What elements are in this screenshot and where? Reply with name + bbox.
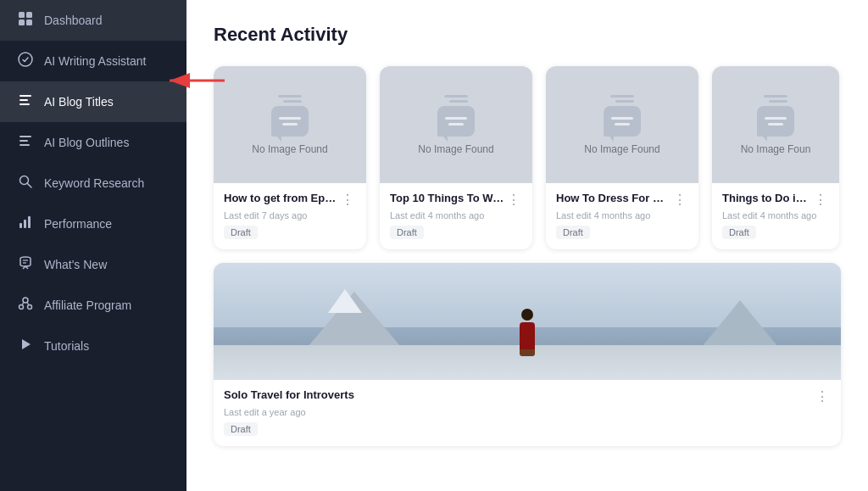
svg-rect-5 (19, 95, 31, 97)
svg-point-19 (28, 305, 32, 310)
ai-writing-icon (17, 52, 34, 70)
card-1-badge: Draft (224, 226, 258, 239)
svg-point-4 (19, 53, 32, 66)
card-5-badge: Draft (224, 422, 258, 436)
card-1-menu-button[interactable]: ⋮ (339, 192, 356, 208)
sidebar-item-affiliate[interactable]: Affiliate Program (0, 285, 186, 326)
card-4-title: Things to Do in Gainesvi... (722, 192, 812, 206)
card-2-badge: Draft (390, 226, 424, 239)
no-image-bubble (437, 106, 475, 137)
bubble-line (615, 123, 630, 126)
sidebar-item-ai-blog-titles[interactable]: AI Blog Titles (0, 81, 186, 122)
card-3-title: How To Dress For Disneyla... (556, 192, 671, 206)
sidebar-item-whats-new[interactable]: What's New (0, 244, 186, 285)
card-4-menu-button[interactable]: ⋮ (812, 192, 829, 208)
sidebar-item-ai-writing[interactable]: AI Writing Assistant (0, 41, 186, 81)
card-5-image (214, 263, 841, 380)
figure-head (521, 309, 533, 321)
svg-rect-12 (19, 223, 22, 228)
no-image-label: No Image Found (418, 143, 493, 155)
card-4-meta: Last edit 4 months ago (722, 210, 829, 220)
sidebar-item-performance[interactable]: Performance (0, 204, 186, 244)
no-image-label: No Image Found (252, 143, 327, 155)
svg-rect-14 (28, 216, 31, 228)
cards-grid: No Image Found How to get from Epcot to … (214, 66, 841, 446)
card-1-title: How to get from Epcot to H... (224, 192, 339, 206)
card-5[interactable]: Solo Travel for Introverts ⋮ Last edit a… (214, 263, 841, 446)
keyword-research-icon (17, 174, 34, 192)
svg-line-21 (27, 302, 29, 305)
card-2-menu-button[interactable]: ⋮ (505, 192, 522, 208)
line (444, 95, 468, 98)
card-1-image: No Image Found (214, 66, 366, 183)
figure-bottom (520, 349, 535, 356)
bubble-line (611, 117, 633, 120)
sidebar-item-ai-blog-outlines[interactable]: AI Blog Outlines (0, 122, 186, 163)
sidebar-item-tutorials[interactable]: Tutorials (0, 326, 186, 366)
card-1-meta: Last edit 7 days ago (224, 210, 356, 220)
svg-rect-13 (24, 220, 26, 228)
dashboard-icon (17, 11, 34, 30)
card-2[interactable]: No Image Found Top 10 Things To Wear To … (380, 66, 532, 249)
no-image-bubble (604, 106, 641, 137)
line (615, 100, 634, 103)
svg-rect-1 (26, 12, 32, 18)
sidebar-label-ai-blog-titles: AI Blog Titles (44, 95, 114, 109)
card-2-title-row: Top 10 Things To Wear To ... ⋮ (390, 192, 522, 208)
sidebar-label-whats-new: What's New (44, 258, 107, 271)
svg-rect-3 (26, 20, 32, 25)
card-5-body: Solo Travel for Introverts ⋮ Last edit a… (214, 380, 841, 446)
sidebar-label-tutorials: Tutorials (44, 339, 89, 353)
card-4-title-row: Things to Do in Gainesvi... ⋮ (722, 192, 829, 208)
card-1-title-row: How to get from Epcot to H... ⋮ (224, 192, 356, 208)
card-4-badge: Draft (722, 226, 756, 239)
ai-blog-titles-icon (17, 92, 34, 111)
svg-rect-6 (19, 99, 28, 101)
card-2-image: No Image Found (380, 66, 532, 183)
sidebar-item-keyword-research[interactable]: Keyword Research (0, 163, 186, 204)
mountain-peak-right (702, 300, 778, 347)
sidebar: Dashboard AI Writing Assistant AI Blog T… (0, 0, 186, 491)
card-5-menu-button[interactable]: ⋮ (814, 388, 831, 405)
bubble-line (448, 123, 464, 126)
sidebar-label-performance: Performance (44, 217, 112, 231)
card-4-image: No Image Foun (712, 66, 839, 183)
sidebar-item-dashboard[interactable]: Dashboard (0, 0, 186, 41)
line (278, 95, 302, 98)
no-image-bubble (757, 106, 794, 137)
card-5-title: Solo Travel for Introverts (224, 388, 814, 403)
figure-body (520, 322, 535, 349)
card-3-menu-button[interactable]: ⋮ (671, 192, 688, 208)
no-image-label: No Image Found (584, 143, 659, 155)
card-3-badge: Draft (556, 226, 590, 239)
line (610, 95, 634, 98)
svg-marker-22 (22, 339, 31, 349)
card-4-body: Things to Do in Gainesvi... ⋮ Last edit … (712, 183, 839, 249)
no-image-lines (764, 95, 787, 103)
whats-new-icon (17, 255, 34, 274)
card-2-title: Top 10 Things To Wear To ... (390, 192, 505, 206)
svg-point-18 (19, 305, 24, 310)
svg-rect-0 (19, 12, 25, 18)
sidebar-label-dashboard: Dashboard (44, 14, 103, 27)
main-content: Recent Activity No Image Found How to ge… (186, 0, 868, 491)
card-4[interactable]: No Image Foun Things to Do in Gainesvi..… (712, 66, 839, 249)
bubble-line (282, 123, 298, 126)
line (283, 100, 302, 103)
sidebar-label-affiliate: Affiliate Program (44, 299, 131, 312)
no-image-label: No Image Foun (741, 143, 811, 155)
card-1[interactable]: No Image Found How to get from Epcot to … (214, 66, 366, 249)
bubble-line (765, 117, 787, 120)
card-5-title-row: Solo Travel for Introverts ⋮ (224, 388, 831, 405)
no-image-lines (444, 95, 468, 103)
line (449, 100, 468, 103)
card-3-meta: Last edit 4 months ago (556, 210, 688, 220)
tutorials-icon (17, 337, 34, 355)
performance-icon (17, 215, 34, 233)
svg-rect-8 (19, 136, 31, 137)
bubble-line (445, 117, 467, 120)
card-3[interactable]: No Image Found How To Dress For Disneyla… (546, 66, 698, 249)
line (769, 100, 787, 103)
no-image-lines (278, 95, 302, 103)
card-3-title-row: How To Dress For Disneyla... ⋮ (556, 192, 688, 208)
